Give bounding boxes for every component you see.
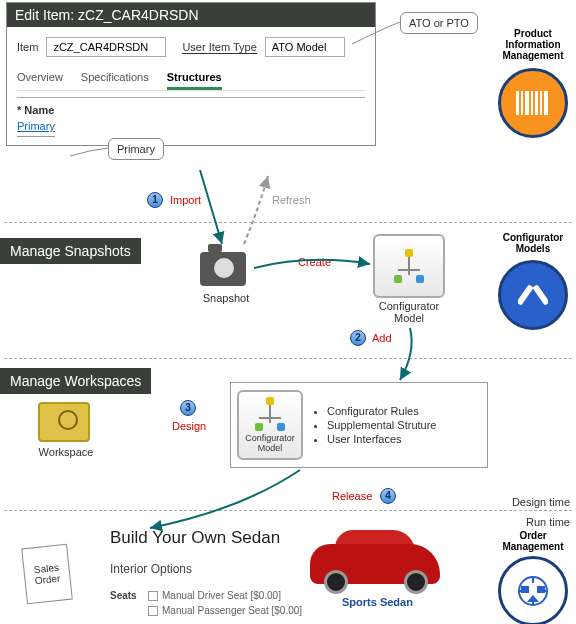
seat-option-2[interactable]: Manual Passenger Seat [$0.00] [148,605,302,616]
build-title: Build Your Own Sedan [110,528,280,548]
barcode-icon [516,91,550,115]
svg-rect-5 [540,91,542,115]
item-input[interactable] [46,37,166,57]
phase-run-time: Run time [526,516,570,528]
step-2: 2 [350,330,366,346]
sales-order-card: Sales Order [21,544,73,605]
configurator-model-icon-2 [253,397,287,431]
section-manage-snapshots: Manage Snapshots [0,238,141,264]
seat-option-1[interactable]: Manual Driver Seat [$0.00] [148,590,281,601]
svg-rect-11 [537,586,545,593]
edit-item-card: Edit Item: zCZ_CAR4DRSDN Item User Item … [6,2,376,146]
badge-label-om: Order Management [498,530,568,552]
workspace-detail: ConfiguratorModel Configurator Rules Sup… [230,382,488,468]
section-manage-workspaces: Manage Workspaces [0,368,151,394]
svg-rect-3 [531,91,533,115]
tab-overview[interactable]: Overview [17,67,63,90]
snapshot-icon [200,252,246,286]
label-release: Release [332,490,372,502]
car-label: Sports Sedan [342,596,413,608]
workspace-caption: Workspace [34,446,98,458]
interior-options: Interior Options [110,562,192,576]
callout-ato-pto: ATO or PTO [400,12,478,34]
divider-1 [4,222,572,223]
tab-structures[interactable]: Structures [167,67,222,90]
tabs: Overview Specifications Structures [17,67,365,91]
svg-rect-1 [521,91,523,115]
edit-item-title: Edit Item: zCZ_CAR4DRSDN [7,3,375,27]
tab-specifications[interactable]: Specifications [81,67,149,90]
configurator-model-icon [392,249,426,283]
checkbox-icon[interactable] [148,606,158,616]
bullet-structure: Supplemental Struture [327,419,436,431]
workspace-bullets: Configurator Rules Supplemental Struture… [311,403,436,447]
badge-cm [498,260,568,330]
step-1: 1 [147,192,163,208]
label-create: Create [298,256,331,268]
user-item-type-input[interactable] [265,37,345,57]
svg-rect-7 [518,284,534,305]
label-refresh: Refresh [272,194,311,206]
svg-rect-0 [516,91,519,115]
tools-icon [518,280,548,310]
item-label: Item [17,41,38,53]
configurator-model-box-2: ConfiguratorModel [237,390,303,460]
svg-rect-6 [544,91,548,115]
name-column-header: * Name [17,97,365,116]
label-design: Design [172,420,206,432]
divider-3 [4,510,572,511]
phase-design-time: Design time [512,496,570,508]
svg-rect-2 [525,91,529,115]
snapshot-caption: Snapshot [198,292,254,304]
svg-rect-4 [535,91,538,115]
edit-item-body: Item User Item Type Overview Specificati… [7,27,375,145]
label-import: Import [170,194,201,206]
label-add: Add [372,332,392,344]
badge-pim [498,68,568,138]
badge-label-pim: Product Information Management [498,28,568,61]
checkbox-icon[interactable] [148,591,158,601]
configurator-model-box-1 [373,234,445,298]
car-wheel-front [324,570,348,594]
svg-rect-8 [532,284,548,305]
step-3: 3 [180,400,196,416]
user-item-type-label: User Item Type [182,41,256,54]
badge-om [498,556,568,624]
svg-rect-10 [521,586,529,593]
car-wheel-rear [404,570,428,594]
primary-link[interactable]: Primary [17,116,55,137]
callout-primary: Primary [108,138,164,160]
configurator-model-caption-1: ConfiguratorModel [373,300,445,324]
badge-label-cm: Configurator Models [498,232,568,254]
step-4: 4 [380,488,396,504]
bullet-ui: User Interfaces [327,433,436,445]
order-mgmt-icon [513,571,553,611]
workspace-icon [38,402,90,442]
divider-2 [4,358,572,359]
configurator-model-caption-2: ConfiguratorModel [245,433,295,453]
seats-label: Seats [110,590,137,601]
bullet-rules: Configurator Rules [327,405,436,417]
